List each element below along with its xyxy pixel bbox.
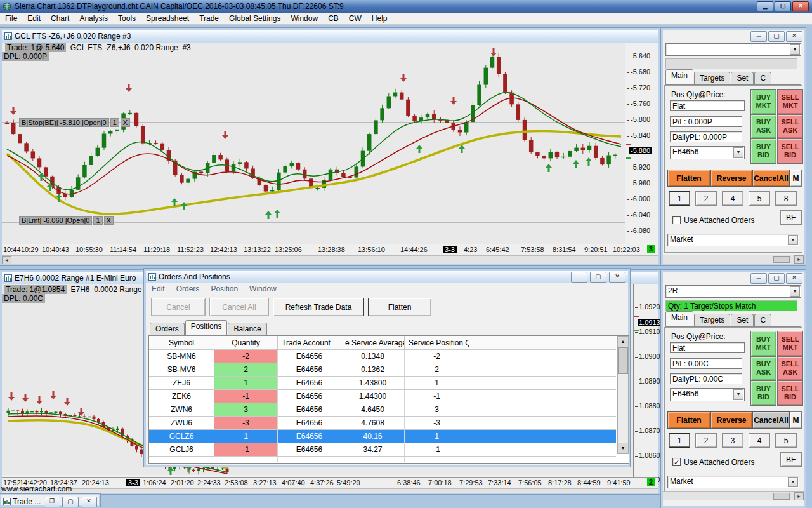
table-cell[interactable]: E64656 [278, 417, 341, 430]
quantity-button-5[interactable]: 5 [775, 433, 797, 448]
table-cell[interactable]: SB-MN6 [149, 350, 214, 363]
quantity-button-1[interactable]: 1 [669, 433, 690, 448]
close-icon[interactable] [786, 31, 802, 42]
buy-market-button[interactable]: BUY MKT [750, 331, 776, 356]
table-cell[interactable]: -2 [214, 350, 278, 363]
chevron-down-icon[interactable]: ▼ [733, 389, 743, 400]
quantity-button-2[interactable]: 2 [695, 191, 717, 206]
buy-market-button[interactable]: BUY MKT [750, 89, 776, 114]
panel-tab-targets[interactable]: Targets [694, 314, 730, 326]
orders-menu-item-orders[interactable]: Orders [171, 284, 206, 294]
order-preset-combo[interactable]: ▼ [665, 43, 801, 56]
table-row[interactable]: ZEK6-1E646561.44300-1 [149, 390, 616, 403]
gcl-time-axis[interactable]: 10:4410:2910:40:4310:55:3011:14:5411:29:… [2, 244, 658, 256]
menu-item-cb[interactable]: CB [323, 13, 344, 23]
position-field[interactable]: Flat [670, 100, 745, 111]
tab-orders[interactable]: Orders [150, 323, 185, 335]
panel-tab-set[interactable]: Set [731, 72, 754, 84]
menu-item-chart[interactable]: Chart [46, 13, 74, 23]
quantity-button-1[interactable]: 1 [669, 191, 690, 206]
gcl-stop-order-label[interactable]: B|Stop(BE)| -5.810 |Open|01X [19, 118, 130, 127]
chevron-down-icon[interactable]: ▼ [788, 477, 798, 487]
quantity-button-4[interactable]: 4 [722, 191, 743, 206]
table-row[interactable]: GCLJ6-1E6465634.27-1 [149, 443, 616, 457]
panel-tab-c[interactable]: C [754, 72, 771, 84]
panel-tab-c[interactable]: C [754, 314, 771, 326]
maximize-icon[interactable] [590, 272, 606, 283]
order-preset-combo[interactable]: 2R▼ [665, 285, 801, 298]
buy-ask-button[interactable]: BUY ASK [750, 114, 776, 138]
limit-order-qty[interactable]: 1 [93, 216, 102, 225]
chevron-down-icon[interactable]: ▼ [733, 147, 743, 158]
table-cell[interactable]: GCLZ6 [149, 430, 214, 443]
scroll-right-icon[interactable]: ► [794, 255, 804, 264]
panel-tab-main[interactable]: Main [665, 69, 693, 84]
stop-order-cancel[interactable]: X [121, 118, 130, 127]
e7-h-scrollbar[interactable] [2, 488, 658, 493]
panel-tab-targets[interactable]: Targets [694, 72, 730, 84]
table-cell[interactable]: ZEJ6 [149, 377, 214, 390]
quantity-button-4[interactable]: 4 [749, 433, 770, 448]
gcl-h-scrollbar[interactable]: ◄ [2, 255, 658, 264]
sell-ask-button[interactable]: SELL ASK [777, 114, 803, 138]
limit-order-cancel[interactable]: X [104, 216, 114, 225]
table-cell[interactable]: 2 [405, 363, 469, 377]
position-field[interactable]: Flat [670, 342, 745, 353]
menu-item-cw[interactable]: CW [344, 13, 367, 23]
scroll-left-icon[interactable]: ◄ [2, 256, 11, 264]
minimize-icon[interactable] [750, 31, 767, 42]
flatten-button[interactable]: Flatten [667, 411, 710, 429]
table-cell[interactable]: -3 [214, 417, 278, 430]
table-cell[interactable]: 0.1362 [341, 363, 405, 377]
positions-table[interactable]: SymbolQuantityTrade Accounte Service Ave… [148, 335, 629, 464]
cancel-all-button[interactable]: CancelAll [752, 170, 790, 187]
table-cell[interactable]: -1 [405, 390, 469, 403]
gcl-window-title-bar[interactable]: GCL FTS -Z6,+J6 0.020 Range #3 [2, 30, 658, 43]
table-cell[interactable]: E64656 [278, 403, 341, 417]
orders-menu-item-edit[interactable]: Edit [146, 284, 171, 294]
scrollbar-thumb[interactable] [773, 493, 790, 500]
table-cell[interactable] [341, 457, 405, 462]
table-row[interactable]: SB-MN6-2E646560.1348-2 [149, 350, 616, 363]
scrollbar-thumb[interactable] [618, 347, 628, 374]
menu-item-spreadsheet[interactable]: Spreadsheet [141, 13, 194, 23]
table-cell[interactable]: 4.7608 [341, 417, 405, 430]
use-attached-orders-checkbox[interactable] [672, 216, 681, 224]
maximize-icon[interactable] [62, 497, 79, 507]
table-row[interactable]: ZWU6-3E646564.7608-3 [149, 417, 616, 430]
orders-menu-item-window[interactable]: Window [244, 284, 282, 294]
table-cell[interactable]: SB-MV6 [149, 363, 214, 377]
chevron-down-icon[interactable]: ▼ [790, 44, 800, 55]
menu-item-analysis[interactable]: Analysis [74, 13, 113, 23]
account-combo[interactable]: E64656▼ [670, 146, 745, 159]
table-cell[interactable]: 0.1348 [341, 350, 405, 363]
quantity-button-3[interactable]: 3 [722, 433, 743, 448]
minimize-icon[interactable] [571, 272, 587, 283]
table-cell[interactable]: E64656 [278, 377, 341, 390]
e7-time-axis[interactable]: 17:5214:42:2018:24:3720:24:131:06:242:01… [2, 477, 658, 489]
order-type-combo[interactable]: Market▼ [667, 234, 799, 246]
m-button[interactable]: M [790, 411, 802, 429]
sell-ask-button[interactable]: SELL ASK [777, 356, 803, 380]
table-cell[interactable]: E64656 [278, 363, 341, 377]
table-cell[interactable]: -1 [214, 443, 278, 457]
table-cell[interactable]: -3 [405, 417, 469, 430]
scroll-right-icon[interactable]: ► [794, 492, 804, 500]
menu-item-file[interactable]: File [0, 13, 22, 23]
scroll-up-icon[interactable]: ▲ [618, 337, 628, 347]
sell-bid-button[interactable]: SELL BID [777, 138, 803, 164]
table-cell[interactable]: 3 [214, 403, 278, 417]
scroll-down-icon[interactable]: ▼ [618, 443, 628, 453]
menu-item-window[interactable]: Window [285, 13, 323, 23]
gcl-limit-order-label[interactable]: B|Lmt| -6.060 |Open|01X [19, 216, 114, 225]
cancel-all-button[interactable]: CancelAll [752, 411, 790, 429]
reverse-button[interactable]: Reverse [710, 170, 752, 187]
buy-ask-button[interactable]: BUY ASK [750, 356, 776, 380]
minimize-icon[interactable] [750, 273, 767, 284]
close-icon[interactable] [609, 272, 625, 283]
tab-positions[interactable]: Positions [185, 320, 228, 335]
e7-price-axis[interactable]: 1.09201.09101.09001.08901.08801.08701.08… [633, 284, 658, 492]
m-button[interactable]: M [790, 170, 802, 187]
gcl-price-axis[interactable]: -5.640-5.680-5.720-5.760-5.800-5.840-5.8… [625, 43, 658, 244]
gcl-candlestick-chart[interactable] [2, 43, 625, 244]
